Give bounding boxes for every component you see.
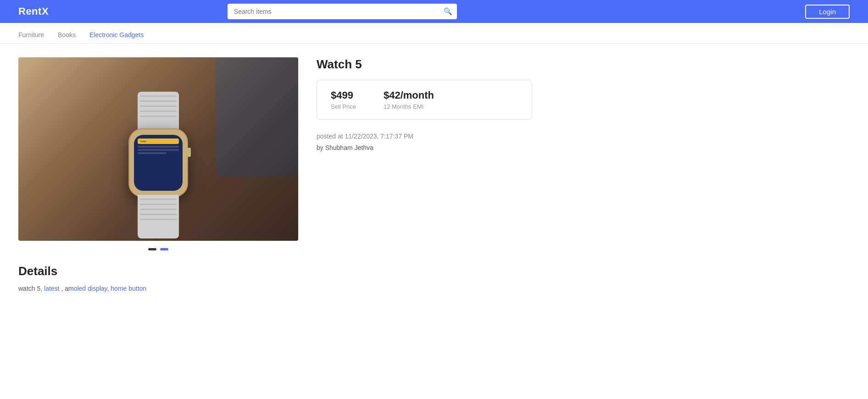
tag-comma-amoled: , am xyxy=(60,285,74,292)
carousel-dots xyxy=(18,248,298,250)
watch-screen: Twitter xyxy=(134,135,183,191)
header: RentX 🔍 Login xyxy=(0,0,868,23)
tag-home-button[interactable]: home button xyxy=(111,285,146,292)
product-left-panel: Twitter xyxy=(18,57,298,292)
price-card: $499 Sell Price $42/month 12 Months EMI xyxy=(317,80,532,120)
tag-latest[interactable]: latest xyxy=(44,285,59,292)
details-heading: Details xyxy=(18,264,298,278)
strap-line xyxy=(140,199,177,200)
emi-price-label: 12 Months EMI xyxy=(384,103,434,110)
image-placeholder: Twitter xyxy=(18,57,298,241)
category-nav: Furniture Books Electronic Gadgets xyxy=(0,23,868,44)
emi-price-block: $42/month 12 Months EMI xyxy=(384,89,434,110)
watch-text-line xyxy=(138,149,179,151)
strap-line xyxy=(140,214,177,215)
emi-price-value: $42/month xyxy=(384,89,434,101)
strap-line xyxy=(140,100,177,102)
sell-price-block: $499 Sell Price xyxy=(331,89,356,110)
product-right-panel: Watch 5 $499 Sell Price $42/month 12 Mon… xyxy=(317,57,532,292)
product-image: Twitter xyxy=(18,57,298,241)
tag-oled-display[interactable]: oled display xyxy=(74,285,107,292)
watch-text-line xyxy=(138,152,167,154)
carousel-dot-2[interactable] xyxy=(160,248,168,250)
login-button[interactable]: Login xyxy=(805,5,850,19)
main-content: Twitter xyxy=(0,44,551,306)
carousel-dot-1[interactable] xyxy=(148,248,156,250)
watch-text-line xyxy=(138,146,179,148)
strap-line xyxy=(140,95,177,97)
strap-line xyxy=(140,219,177,220)
strap-line xyxy=(140,111,177,112)
search-input[interactable] xyxy=(228,4,457,19)
watch-strap-top xyxy=(138,92,179,131)
strap-line xyxy=(140,204,177,205)
nav-item-furniture[interactable]: Furniture xyxy=(18,31,44,39)
watch-crown xyxy=(187,148,191,157)
sell-price-value: $499 xyxy=(331,89,356,101)
nav-item-books[interactable]: Books xyxy=(58,31,76,39)
search-wrapper: 🔍 xyxy=(228,4,457,19)
details-section: Details watch 5, latest , amoled display… xyxy=(18,264,298,292)
tag-watch5: watch 5, xyxy=(18,285,44,292)
logo: RentX xyxy=(18,6,49,17)
background-phone xyxy=(216,57,298,177)
sell-price-label: Sell Price xyxy=(331,103,356,110)
strap-line xyxy=(140,116,177,117)
posted-at: posted at 11/22/2023, 7:17:37 PM xyxy=(317,131,532,142)
strap-lines-top xyxy=(138,92,179,121)
strap-line xyxy=(140,209,177,210)
details-text: watch 5, latest , amoled display, home b… xyxy=(18,285,298,292)
strap-line xyxy=(140,105,177,107)
product-title: Watch 5 xyxy=(317,57,532,72)
watch-body: Twitter xyxy=(128,128,188,197)
watch-notification: Twitter xyxy=(138,139,179,144)
posted-by: by Shubham Jethva xyxy=(317,142,532,154)
post-meta: posted at 11/22/2023, 7:17:37 PM by Shub… xyxy=(317,131,532,154)
nav-item-electronic-gadgets[interactable]: Electronic Gadgets xyxy=(89,31,144,39)
watch-strap-bottom xyxy=(138,195,179,238)
strap-lines-bottom xyxy=(138,195,179,224)
